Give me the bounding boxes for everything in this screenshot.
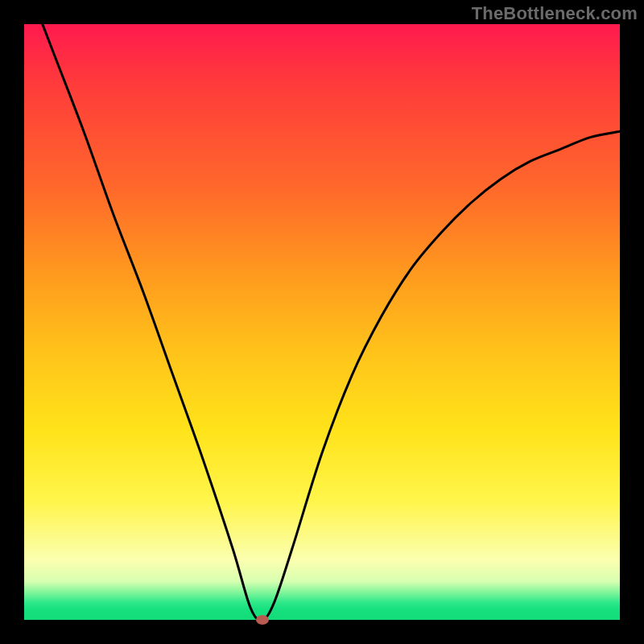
bottleneck-curve-svg [24,24,620,620]
chart-frame: TheBottleneck.com [0,0,644,644]
plot-area [24,24,620,620]
optimal-point-marker [256,615,269,625]
watermark-text: TheBottleneck.com [472,3,638,24]
bottleneck-curve [24,0,620,620]
